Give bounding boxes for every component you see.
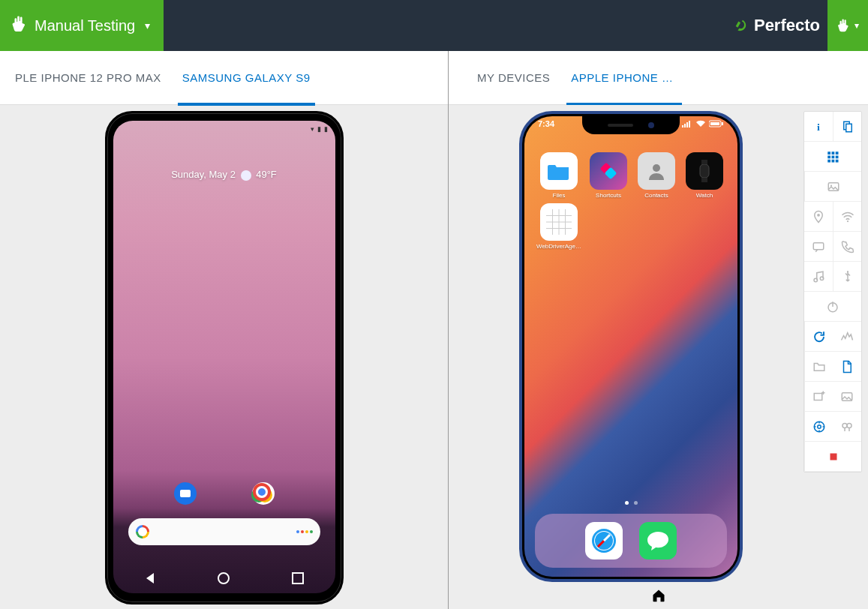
info-button[interactable]: i xyxy=(804,112,833,142)
folder-icon xyxy=(548,162,570,180)
ios-dock xyxy=(535,514,727,568)
svg-rect-24 xyxy=(832,155,835,158)
session-dropdown[interactable]: ▾ xyxy=(827,0,868,51)
battery-icon xyxy=(709,120,724,128)
svg-rect-21 xyxy=(832,152,835,154)
safari-app[interactable] xyxy=(585,522,623,560)
call-button[interactable] xyxy=(833,232,861,262)
chevron-down-icon: ▾ xyxy=(854,20,859,31)
tab-iphone12pro[interactable]: APPLE IPHONE 12 PR... xyxy=(560,51,688,105)
app-label: Watch xyxy=(696,192,713,199)
svg-rect-5 xyxy=(710,122,719,125)
usb-button[interactable] xyxy=(833,262,861,292)
tab-my-devices[interactable]: MY DEVICES xyxy=(467,51,560,105)
svg-rect-12 xyxy=(701,178,707,182)
grid-icon xyxy=(546,209,572,235)
inject-image-button[interactable] xyxy=(804,382,833,412)
google-icon xyxy=(136,525,149,538)
android-date-widget: Sunday, May 2 49°F xyxy=(113,169,335,181)
svg-point-31 xyxy=(817,213,820,216)
location-button[interactable] xyxy=(804,202,833,232)
svg-point-35 xyxy=(820,277,824,280)
left-device-stage: ▾ ▮ ▮ Sunday, May 2 49°F xyxy=(0,105,448,609)
rotate-button[interactable] xyxy=(804,322,833,352)
messages-app[interactable] xyxy=(639,522,677,560)
iphone-screen[interactable]: 7:34 Files xyxy=(524,116,737,577)
gallery-button[interactable] xyxy=(833,382,861,412)
android-home-button[interactable] xyxy=(218,572,230,584)
android-app-row xyxy=(113,482,335,505)
audio-button[interactable] xyxy=(804,262,833,292)
copy-button[interactable] xyxy=(833,112,861,142)
android-status-bar: ▾ ▮ ▮ xyxy=(113,121,335,137)
mode-label: Manual Testing xyxy=(35,17,135,34)
messages-app-icon[interactable] xyxy=(174,482,197,505)
files-button[interactable] xyxy=(804,352,833,382)
stop-button[interactable] xyxy=(804,442,861,472)
svg-rect-1 xyxy=(684,124,686,128)
battery-icon: ▮ xyxy=(324,125,328,133)
svg-point-9 xyxy=(653,164,660,172)
shortcuts-app[interactable]: Shortcuts xyxy=(587,152,629,199)
svg-rect-27 xyxy=(832,159,835,162)
webdriveragent-app[interactable]: WebDriverAgen... xyxy=(536,203,581,250)
contact-icon xyxy=(646,160,667,182)
brand-area: Perfecto ▾ xyxy=(725,0,868,51)
object-spy-button[interactable] xyxy=(833,412,861,442)
right-tabbar: MY DEVICES APPLE IPHONE 12 PR... xyxy=(449,51,868,105)
svg-rect-20 xyxy=(827,152,830,154)
svg-rect-23 xyxy=(827,155,830,158)
android-back-button[interactable] xyxy=(144,572,156,584)
brand-text: Perfecto xyxy=(754,16,820,35)
android-recent-button[interactable] xyxy=(292,572,304,584)
svg-rect-10 xyxy=(700,164,709,178)
svg-point-36 xyxy=(846,271,848,272)
hand-icon xyxy=(11,16,27,35)
watch-icon xyxy=(696,160,713,182)
android-screen[interactable]: ▾ ▮ ▮ Sunday, May 2 49°F xyxy=(113,121,335,593)
apps-grid-button[interactable] xyxy=(804,142,861,172)
tab-galaxy-s9[interactable]: SAMSUNG GALAXY S9 xyxy=(172,51,321,105)
svg-rect-3 xyxy=(689,121,690,128)
svg-rect-33 xyxy=(813,242,824,249)
svg-rect-26 xyxy=(827,159,830,162)
svg-rect-6 xyxy=(722,122,723,125)
svg-point-34 xyxy=(814,278,818,282)
ios-page-dots xyxy=(524,501,737,505)
android-nav-bar xyxy=(113,572,335,584)
contacts-app[interactable]: Contacts xyxy=(635,152,677,199)
google-search-bar[interactable] xyxy=(128,518,320,545)
document-button[interactable] xyxy=(833,352,861,382)
svg-point-42 xyxy=(817,424,821,428)
sms-button[interactable] xyxy=(804,232,833,262)
files-app[interactable]: Files xyxy=(536,152,581,199)
brand-logo: Perfecto xyxy=(725,16,827,35)
wifi-icon xyxy=(695,120,706,128)
svg-rect-22 xyxy=(836,152,839,154)
power-button[interactable] xyxy=(804,292,861,322)
wifi-icon: ▾ xyxy=(311,125,314,133)
help-button[interactable] xyxy=(804,412,833,442)
wifi-button[interactable] xyxy=(833,202,861,232)
date-text: Sunday, May 2 xyxy=(171,169,236,180)
signal-icon: ▮ xyxy=(317,125,321,133)
network-button[interactable] xyxy=(833,322,861,352)
mode-dropdown[interactable]: Manual Testing ▾ xyxy=(0,0,164,51)
svg-rect-2 xyxy=(686,122,688,128)
home-button-indicator[interactable] xyxy=(651,588,666,606)
tab-iphone12promax[interactable]: PLE IPHONE 12 PRO MAX xyxy=(5,51,172,105)
svg-rect-19 xyxy=(845,124,851,132)
chrome-app-icon[interactable] xyxy=(252,482,275,505)
weather-icon xyxy=(241,170,251,181)
svg-text:i: i xyxy=(817,121,820,132)
watch-app[interactable]: Watch xyxy=(683,152,725,199)
hand-icon xyxy=(836,19,850,32)
svg-rect-28 xyxy=(836,159,839,162)
app-label: Files xyxy=(553,192,566,199)
svg-rect-45 xyxy=(830,453,836,460)
left-pane: PLE IPHONE 12 PRO MAX SAMSUNG GALAXY S9 … xyxy=(0,51,449,609)
app-label: WebDriverAgen... xyxy=(536,243,581,250)
status-icons: ▾ ▮ ▮ xyxy=(311,125,328,133)
screenshot-button[interactable] xyxy=(804,172,861,202)
assistant-icon xyxy=(296,530,313,533)
